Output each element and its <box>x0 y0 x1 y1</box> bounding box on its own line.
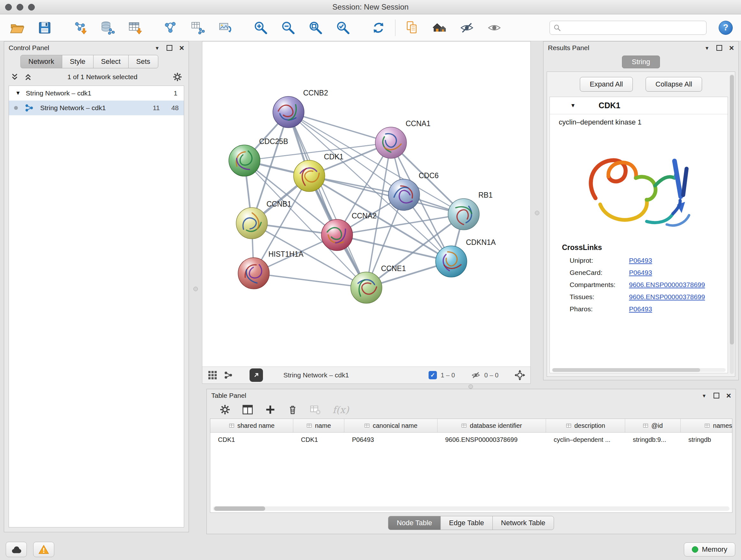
cloud-status-button[interactable] <box>6 542 27 557</box>
hidden-eye-slash-icon[interactable] <box>471 370 481 380</box>
toolbar-search[interactable] <box>549 21 706 35</box>
network-collection-row[interactable]: ▼ String Network – cdk1 1 <box>9 86 184 101</box>
table-cell[interactable]: P06493 <box>344 433 437 447</box>
crosslink-value[interactable]: P06493 <box>629 305 652 313</box>
open-in-new-window-button[interactable] <box>250 368 263 382</box>
zoom-out-button[interactable] <box>279 19 297 37</box>
hide-selected-button[interactable] <box>458 19 476 37</box>
new-network-button[interactable] <box>161 19 179 37</box>
table-cell[interactable]: stringdb <box>681 433 732 447</box>
node-CCNE1[interactable] <box>351 272 382 303</box>
right-splitter-handle[interactable] <box>535 211 539 215</box>
export-image-button[interactable] <box>216 19 234 37</box>
minimize-window-button[interactable] <box>17 4 23 10</box>
fit-selection-crosshair-icon[interactable] <box>515 370 525 381</box>
edge-CCNB2-CCNE1[interactable] <box>288 112 366 288</box>
panel-float-icon[interactable] <box>714 393 719 398</box>
column-header-database-identifier[interactable]: database identifier <box>437 419 546 432</box>
node-CCNB2[interactable] <box>273 97 304 128</box>
tab-string[interactable]: String <box>622 56 660 68</box>
column-header-canonical-name[interactable]: canonical name <box>344 419 437 432</box>
network-options-gear-icon[interactable] <box>173 72 182 82</box>
node-CDKN1A[interactable] <box>435 246 467 277</box>
panel-menu-icon[interactable]: ▼ <box>155 45 159 51</box>
tab-network[interactable]: Network <box>20 55 62 68</box>
tab-sets[interactable]: Sets <box>128 55 158 68</box>
panel-close-icon[interactable]: × <box>726 392 731 399</box>
zoom-in-button[interactable] <box>252 19 270 37</box>
edge-CCNA2-CDKN1A[interactable] <box>337 235 451 261</box>
node-CCNA2[interactable] <box>321 219 353 251</box>
node-HIST1H1A[interactable] <box>238 258 269 289</box>
column-header-namespace[interactable]: namespace <box>681 419 732 432</box>
table-cell[interactable]: CDK1 <box>293 433 344 447</box>
table-cell[interactable]: cyclin–dependent ... <box>546 433 625 447</box>
network-row[interactable]: String Network – cdk1 11 48 <box>9 101 184 115</box>
import-network-database-button[interactable] <box>98 19 117 37</box>
grid-view-icon[interactable] <box>207 370 218 380</box>
tab-network-table[interactable]: Network Table <box>492 516 554 530</box>
zoom-fit-button[interactable] <box>307 19 325 37</box>
memory-button[interactable]: Memory <box>684 543 735 557</box>
node-CCNB1[interactable] <box>236 207 267 239</box>
tab-edge-table[interactable]: Edge Table <box>441 516 493 530</box>
delete-column-trash-icon[interactable] <box>287 404 298 415</box>
network-table-button[interactable] <box>189 19 207 37</box>
disclosure-triangle-icon[interactable]: ▼ <box>15 90 21 97</box>
add-column-plus-icon[interactable] <box>265 404 276 415</box>
refresh-button[interactable] <box>369 19 387 37</box>
import-table-button[interactable] <box>126 19 144 37</box>
crosslink-value[interactable]: P06493 <box>629 257 652 264</box>
expand-all-icon[interactable] <box>24 73 32 81</box>
table-cell[interactable]: CDK1 <box>210 433 293 447</box>
column-header-description[interactable]: description <box>546 419 625 432</box>
zoom-window-button[interactable] <box>28 4 35 10</box>
table-horizontal-scrollbar[interactable] <box>213 506 730 511</box>
selected-checkbox-icon[interactable]: ✓ <box>428 371 437 379</box>
tab-style[interactable]: Style <box>62 55 93 68</box>
collapse-all-button[interactable]: Collapse All <box>646 77 702 91</box>
column-header-shared-name[interactable]: shared name <box>210 419 293 432</box>
node-CCNA1[interactable] <box>375 127 407 159</box>
tab-select[interactable]: Select <box>93 55 129 68</box>
panel-close-icon[interactable]: × <box>729 45 734 51</box>
edge-HIST1H1A-CCNE1[interactable] <box>254 273 366 288</box>
close-window-button[interactable] <box>5 4 12 10</box>
panel-menu-icon[interactable]: ▼ <box>702 393 706 398</box>
table-cell[interactable]: 9606.ENSP00000378699 <box>437 433 546 447</box>
network-canvas[interactable]: CCNB2CCNA1CDC25BCDK1CDC6RB1CCNB1CCNA2CDK… <box>202 42 530 367</box>
help-button[interactable]: ? <box>719 21 733 35</box>
panel-float-icon[interactable] <box>717 45 722 51</box>
results-vertical-scrollbar[interactable] <box>730 74 734 374</box>
crosslink-value[interactable]: 9606.ENSP00000378699 <box>629 293 705 301</box>
edge-CCNB2-CCNA1[interactable] <box>288 112 391 143</box>
table-row[interactable]: CDK1CDK1P064939606.ENSP00000378699cyclin… <box>210 433 732 447</box>
collapse-all-icon[interactable] <box>10 73 19 81</box>
section-disclosure-icon[interactable]: ▼ <box>570 103 576 109</box>
column-header-name[interactable]: name <box>293 419 344 432</box>
section-horizontal-scrollbar[interactable] <box>552 368 726 372</box>
crosslink-value[interactable]: P06493 <box>629 269 652 276</box>
show-all-button[interactable] <box>485 19 503 37</box>
import-network-file-button[interactable] <box>71 19 89 37</box>
warnings-button[interactable] <box>33 542 54 557</box>
table-settings-gear-icon[interactable] <box>219 404 230 415</box>
left-splitter-handle[interactable] <box>193 287 198 291</box>
home-layouts-button[interactable] <box>430 19 448 37</box>
show-columns-icon[interactable] <box>242 404 253 415</box>
column-header--id[interactable]: @id <box>625 419 681 432</box>
search-input[interactable] <box>564 23 702 32</box>
expand-all-button[interactable]: Expand All <box>580 77 633 91</box>
crosslink-value[interactable]: 9606.ENSP00000378699 <box>629 281 705 289</box>
share-network-icon[interactable] <box>223 370 233 380</box>
network-graph[interactable]: CCNB2CCNA1CDC25BCDK1CDC6RB1CCNB1CCNA2CDK… <box>202 42 530 367</box>
zoom-selected-button[interactable] <box>334 19 352 37</box>
node-CDK1[interactable] <box>293 160 325 192</box>
node-RB1[interactable] <box>448 199 479 230</box>
node-CDC6[interactable] <box>388 179 420 210</box>
tab-node-table[interactable]: Node Table <box>388 516 441 530</box>
open-session-button[interactable] <box>8 19 26 37</box>
panel-menu-icon[interactable]: ▼ <box>704 45 710 51</box>
panel-close-icon[interactable]: × <box>179 45 184 51</box>
table-cell[interactable]: stringdb:9... <box>625 433 681 447</box>
